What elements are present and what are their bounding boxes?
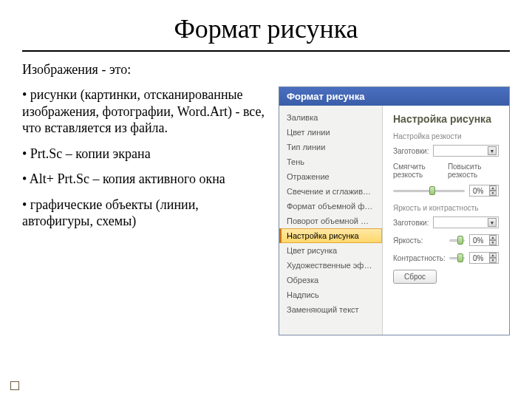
sidebar-item-reflection[interactable]: Отражение <box>279 169 382 184</box>
chevron-down-icon: ▼ <box>488 218 497 227</box>
sidebar-item-3d-rotation[interactable]: Поворот объемной фигуры <box>279 214 382 228</box>
brightness-label: Яркость: <box>393 236 445 245</box>
subtitle: Изображения - это: <box>22 62 510 78</box>
brightness-slider[interactable] <box>449 235 465 245</box>
sharpness-group-label: Настройка резкости <box>393 132 499 140</box>
sharpen-label: Повысить резкость <box>448 163 491 179</box>
preset2-label: Заготовки: <box>393 219 429 227</box>
sidebar-item-line-color[interactable]: Цвет линии <box>279 125 382 140</box>
sidebar-item-3d-format[interactable]: Формат объемной фигуры <box>279 199 382 214</box>
brightness-value[interactable]: 0% ▲ ▼ <box>469 234 499 246</box>
brightness-group-label: Яркость и контрастность <box>393 204 499 212</box>
slide-title: Формат рисунка <box>22 13 510 44</box>
title-rule <box>22 50 510 52</box>
bullet-1: • рисунки (картинки, отсканированные изо… <box>22 86 270 137</box>
sidebar-item-line-style[interactable]: Тип линии <box>279 140 382 154</box>
preset-dropdown[interactable]: ▼ <box>433 145 499 157</box>
sidebar-item-picture-corrections[interactable]: Настройка рисунка <box>279 228 382 243</box>
bullet-3: • Alt+ Prt.Sc – копия активного окна <box>22 171 270 188</box>
panel-heading: Настройка рисунка <box>393 113 499 125</box>
sidebar-item-textbox[interactable]: Надпись <box>279 287 382 302</box>
sidebar-item-glow[interactable]: Свечение и сглаживание <box>279 184 382 199</box>
sharpness-slider[interactable] <box>393 185 465 196</box>
format-picture-dialog: Формат рисунка Заливка Цвет линии Тип ли… <box>279 86 510 335</box>
sidebar-item-alt-text[interactable]: Заменяющий текст <box>279 302 382 317</box>
contrast-slider[interactable] <box>449 253 465 263</box>
reset-button[interactable]: Сброс <box>393 270 437 284</box>
contrast-value[interactable]: 0% ▲ ▼ <box>469 252 499 264</box>
sidebar-item-crop[interactable]: Обрезка <box>279 273 382 287</box>
chevron-down-icon: ▼ <box>488 146 497 155</box>
preset-label: Заготовки: <box>393 147 429 155</box>
contrast-label: Контрастность: <box>393 254 445 262</box>
sidebar-item-picture-color[interactable]: Цвет рисунка <box>279 243 382 258</box>
bullet-4: • графические объекты (линии, автофигуры… <box>22 197 270 230</box>
sidebar-item-artistic-effects[interactable]: Художественные эффекты <box>279 258 382 273</box>
dialog-title: Формат рисунка <box>279 87 509 106</box>
sharpness-value[interactable]: 0% ▲ ▼ <box>469 185 499 197</box>
slide-corner-marker <box>10 381 19 390</box>
preset2-dropdown[interactable]: ▼ <box>433 216 499 228</box>
sidebar-item-shadow[interactable]: Тень <box>279 154 382 169</box>
dialog-sidebar: Заливка Цвет линии Тип линии Тень Отраже… <box>279 106 383 335</box>
sidebar-item-fill[interactable]: Заливка <box>279 110 382 125</box>
bullet-2: • Prt.Sc – копии экрана <box>22 146 270 163</box>
soften-label: Смягчить резкость <box>393 163 436 179</box>
